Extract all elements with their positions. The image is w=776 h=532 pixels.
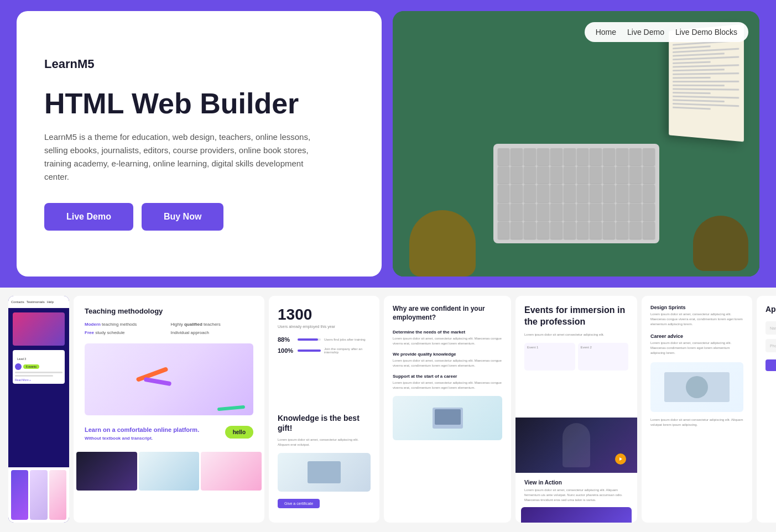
teaching-bottom: Learn on a comfortable online platform. … (74, 418, 264, 449)
hero-description: LearnM5 is a theme for education, web de… (44, 131, 321, 184)
employment-image (393, 396, 502, 440)
card-stats: 1300 Users already employed this year 88… (269, 296, 379, 523)
teaching-title: Teaching methodology (85, 307, 253, 315)
stat-desc-1: Users find jobs after training (324, 338, 371, 341)
hero-card: LearnM5 HTML Web Builder LearnM5 is a th… (17, 11, 382, 277)
teaching-grid: Modern teaching methods Highly qualified… (85, 322, 253, 335)
laptop-thumbnail (278, 453, 371, 492)
keyboard-area (493, 144, 659, 243)
teaching-item-2: Highly qualified teachers (171, 322, 254, 327)
nav-live-demo[interactable]: Live Demo (627, 28, 664, 36)
buy-now-button[interactable]: Buy Now (142, 203, 223, 231)
stat-desc-2: Join the company after an internship (324, 347, 371, 354)
view-action-section: View in Action Lorem ipsum dolor sit ame… (515, 473, 637, 507)
nav-live-demo-blocks[interactable]: Live Demo Blocks (675, 28, 737, 36)
pencil-purple (143, 377, 171, 387)
design-title-2: Career advice (650, 333, 743, 339)
hello-bubble: hello (225, 426, 253, 439)
employ-section-title-3: Support at the start of a career (393, 374, 502, 379)
stats-top: 1300 Users already employed this year 88… (269, 296, 379, 406)
stat-bar-fill-1 (298, 338, 318, 341)
employ-section-title-2: We provide quality knowledge (393, 352, 502, 357)
platform-text: Learn on a comfortable online platform. (85, 426, 199, 434)
stats-number: 1300 (278, 306, 371, 324)
platform-sub: Without textbook and transcript. (85, 436, 199, 441)
stat-percent-2: 100% (278, 347, 294, 354)
hero-bg-scene (393, 11, 759, 277)
stat-bar-1 (298, 338, 321, 341)
design-text-1: Lorem ipsum dolor sit amet, consectetur … (650, 312, 743, 327)
events-bottom-image (521, 507, 632, 523)
teaching-item-4: Individual approach (171, 330, 254, 335)
card-events: Events for immersion in the profession L… (515, 296, 637, 523)
design-extra-text: Lorem ipsum dolor sit amet consectetur a… (650, 418, 743, 427)
level-badge: Level 3 (15, 356, 28, 362)
teaching-image (85, 343, 253, 415)
live-demo-button[interactable]: Live Demo (44, 203, 133, 231)
event-mini-card-2: Event 2 (578, 343, 629, 371)
preview-strip: Contacts Testimonials Help Level 3 6 eve… (8, 296, 768, 524)
design-text-2: Lorem ipsum dolor sit amet, consectetur … (650, 341, 743, 356)
event-mini-card-1: Event 1 (524, 343, 575, 371)
card-teaching-methodology: Teaching methodology Modern teaching met… (74, 296, 264, 523)
stat-row-2: 100% Join the company after an internshi… (278, 347, 371, 354)
person-silhouette (563, 423, 590, 467)
event-mini-cards: Event 1 Event 2 (524, 343, 628, 371)
design-section-2: Career advice Lorem ipsum dolor sit amet… (650, 333, 743, 356)
apply-title: Apply for study (765, 305, 776, 314)
play-button[interactable] (615, 453, 626, 465)
design-section-1: Design Sprints Lorem ipsum dolor sit ame… (650, 305, 743, 327)
employ-section-title-1: Determine the needs of the market (393, 330, 502, 335)
knowledge-desc: Lorem ipsum dolor sit amet, consectetur … (278, 437, 371, 447)
card-employment: Why are we confident in your employment?… (384, 296, 511, 523)
apply-submit-button[interactable]: Send an application (765, 359, 776, 371)
employ-section-1: Determine the needs of the market Lorem … (393, 330, 502, 346)
stat-bar-fill-2 (298, 350, 321, 352)
employ-section-text-3: Lorem ipsum dolor sit amet, consectetur … (393, 380, 502, 390)
apply-phone-field[interactable]: Phone (765, 339, 776, 352)
hero-buttons: Live Demo Buy Now (44, 203, 354, 231)
employ-section-text-1: Lorem ipsum dolor sit amet, consectetur … (393, 336, 502, 346)
hero-image-card: Home Live Demo Live Demo Blocks (393, 11, 759, 277)
logo: LearnM5 (44, 57, 354, 71)
certificate-button[interactable]: Give a certificate (278, 499, 320, 508)
stat-row-1: 88% Users find jobs after training (278, 336, 371, 343)
stats-bottom: Knowledge is the best gift! Lorem ipsum … (269, 406, 379, 515)
design-title-1: Design Sprints (650, 305, 743, 310)
sidebar-body: Level 3 6 events Read More » (8, 308, 69, 467)
employ-section-text-2: Lorem ipsum dolor sit amet, consectetur … (393, 358, 502, 368)
card-design-sprints: Design Sprints Lorem ipsum dolor sit ame… (642, 296, 752, 523)
stat-percent-1: 88% (278, 336, 294, 343)
events-desc: Lorem ipsum dolor sit amet consectetur a… (524, 332, 628, 337)
design-image (650, 362, 743, 412)
svg-marker-0 (619, 457, 622, 461)
sidebar-thumbnail (13, 312, 65, 346)
employ-section-3: Support at the start of a career Lorem i… (393, 374, 502, 390)
events-title: Events for immersion in the profession (524, 305, 628, 328)
teaching-item-3: Free study schedule (85, 330, 168, 335)
nav-home[interactable]: Home (596, 28, 616, 36)
sidebar-topbar: Contacts Testimonials Help (8, 296, 69, 308)
stat-bar-2 (298, 350, 321, 352)
hero-nav: Home Live Demo Live Demo Blocks (585, 22, 748, 42)
employ-section-2: We provide quality knowledge Lorem ipsum… (393, 352, 502, 368)
hand-left (409, 210, 476, 277)
card-sidebar-ui: Contacts Testimonials Help Level 3 6 eve… (8, 296, 69, 523)
top-section: LearnM5 HTML Web Builder LearnM5 is a th… (0, 0, 776, 288)
view-action-title: View in Action (524, 479, 628, 486)
teaching-top: Teaching methodology Modern teaching met… (74, 296, 264, 418)
events-top: Events for immersion in the profession L… (515, 296, 637, 418)
events-image (515, 418, 637, 473)
teaching-item-1: Modern teaching methods (85, 322, 168, 327)
apply-name-field[interactable]: Name (765, 321, 776, 335)
card-apply-for-study: Apply for study Name Phone Send an appli… (757, 296, 776, 523)
hand-right (693, 216, 748, 271)
bottom-section: Contacts Testimonials Help Level 3 6 eve… (0, 288, 776, 532)
hero-title: HTML Web Builder (44, 88, 354, 119)
view-action-desc: Lorem ipsum dolor sit amet, consectetur … (524, 488, 628, 503)
knowledge-title: Knowledge is the best gift! (278, 413, 371, 433)
stats-sublabel: Users already employed this year (278, 325, 371, 328)
employment-title: Why are we confident in your employment? (393, 305, 502, 322)
